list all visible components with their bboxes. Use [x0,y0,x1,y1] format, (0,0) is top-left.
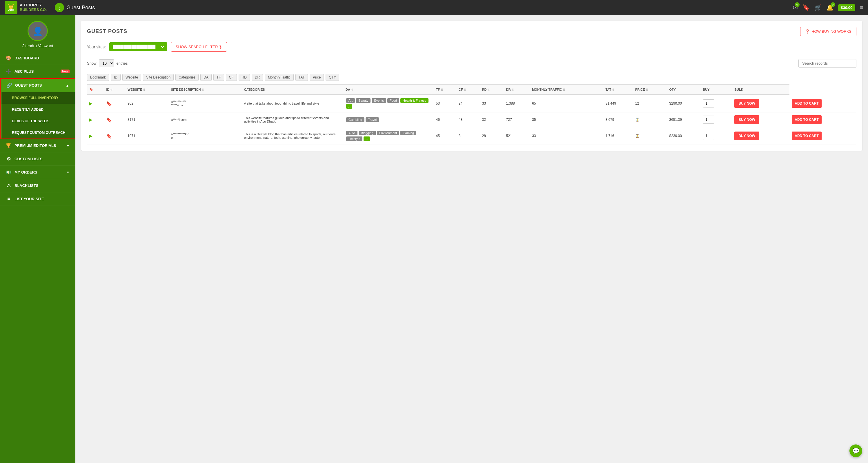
table-header-cf[interactable]: CF [456,85,480,95]
table-header-website[interactable]: WEBSITE [125,85,169,95]
column-toggle-btn[interactable]: TF [213,74,224,81]
buy-now-button[interactable]: BUY NOW [734,132,759,140]
sidebar-item-label: ABC PLUS [14,69,58,74]
chevron-up-icon: ▲ [66,84,69,87]
row-monthly_traffic: 31,449 [603,95,633,112]
column-toggle-btn[interactable]: DR [252,74,263,81]
row-bookmark-icon[interactable]: 🔖 [106,134,112,138]
sidebar-item-my-orders[interactable]: 💵 MY ORDERS ▼ [0,166,75,179]
table-header-price[interactable]: PRICE [633,85,667,95]
show-filter-button[interactable]: SHOW SEARCH FILTER ❯ [171,42,227,52]
table-row: ▶🔖902a*********** *****o.ukA site that t… [87,95,857,112]
table-header-tat[interactable]: TAT [603,85,633,95]
category-tag: Beauty [356,98,371,103]
qty-input[interactable] [703,132,714,140]
row-tat: ⏳ [633,112,667,127]
table-header-monthly_traffic[interactable]: MONTHLY TRAFFIC [530,85,603,95]
row-website: a*********** *****o.uk [169,95,242,112]
column-toggle-btn[interactable]: TAT [296,74,308,81]
row-id: 902 [125,95,169,112]
category-tag: Environment [377,131,400,135]
add-to-cart-button[interactable]: ADD TO CART [792,99,821,108]
expand-button[interactable]: ▶ [89,101,92,106]
category-tag: Events [372,98,386,103]
sidebar-item-label: MY ORDERS [14,170,63,174]
sidebar-item-premium-editorials[interactable]: 🏆 PREMIUM EDITORIALS ▼ [0,139,75,153]
buy-now-button[interactable]: BUY NOW [734,115,759,124]
table-header-site_description[interactable]: SITE DESCRIPTION [169,85,242,95]
sidebar-item-guest-posts[interactable]: 🔗 GUEST POSTS ▲ [1,79,75,92]
buy-now-button[interactable]: BUY NOW [734,99,759,108]
sidebar-item-deals[interactable]: DEALS OF THE WEEK [1,115,75,127]
guest-posts-section: 🔗 GUEST POSTS ▲ BROWSE FULL INVENTORY RE… [0,78,75,139]
notification-button[interactable]: 🔔 0 [826,4,834,11]
row-cf: 28 [480,127,504,145]
entries-select[interactable]: 10 25 50 [99,59,114,67]
row-tf: 24 [456,95,480,112]
sidebar-item-custom-lists[interactable]: ⚙ CUSTOM LISTS [0,153,75,166]
table-header-da[interactable]: DA [343,85,433,95]
row-rd: 1,388 [504,95,530,112]
nav-title-area: ⋮ Guest Posts [55,3,789,12]
recently-label: RECENTLY ADDED [12,107,69,111]
sidebar-item-abc-plus[interactable]: ➕ ABC PLUS New [0,65,75,78]
row-bookmark-icon[interactable]: 🔖 [106,101,112,106]
sidebar-item-label: BLACKLISTS [14,184,69,188]
category-tag: Health & Fitness [400,98,429,103]
row-price: $230.00 [667,127,701,145]
cart-button[interactable]: 🛒 [814,4,822,11]
table-header-dr[interactable]: DR [504,85,530,95]
how-buying-button[interactable]: ❓ HOW BUYING WORKS [800,27,857,36]
sidebar-item-browse[interactable]: BROWSE FULL INVENTORY [1,92,75,104]
sidebar-item-list-your-site[interactable]: ≡ LIST YOUR SITE [0,192,75,205]
show-entries: Show 10 25 50 entries [87,59,128,67]
search-input[interactable] [799,59,857,67]
row-da: 46 [434,112,456,127]
column-toggle-btn[interactable]: Price [310,74,324,81]
column-toggle-btn[interactable]: QTY [326,74,339,81]
sidebar-item-recently-added[interactable]: RECENTLY ADDED [1,104,75,115]
sites-select[interactable]: ████████████████ [109,42,167,51]
sidebar-item-custom-outreach[interactable]: REQUEST CUSTOM OUTREACH [1,127,75,138]
sidebar-item-label: PREMIUM EDITORIALS [14,143,63,148]
row-bulk: ADD TO CART [789,112,857,127]
expand-button[interactable]: ▶ [89,134,92,138]
qty-input[interactable] [703,99,714,107]
data-table: 🔖IDWEBSITESITE DESCRIPTIONCATEGORIESDATF… [87,84,857,145]
table-header-id[interactable]: ID [104,85,125,95]
row-da: 45 [434,127,456,145]
table-header-tf[interactable]: TF [434,85,456,95]
table-header-qty: QTY [667,85,701,95]
row-cf: 32 [480,112,504,127]
email-button[interactable]: ✉ 0 [793,4,798,11]
add-to-cart-button[interactable]: ADD TO CART [792,115,821,124]
nav-dots-button[interactable]: ⋮ [55,3,64,12]
column-toggle-btn[interactable]: RD [239,74,250,81]
chat-widget[interactable]: 💬 [849,444,862,457]
column-toggle-btn[interactable]: Categories [176,74,198,81]
column-toggle-btn[interactable]: ID [111,74,121,81]
add-to-cart-button[interactable]: ADD TO CART [792,132,821,140]
row-bookmark-icon[interactable]: 🔖 [106,117,112,122]
expand-button[interactable]: ▶ [89,117,92,122]
column-toggle-btn[interactable]: Bookmark [87,74,109,81]
column-toggle-btn[interactable]: CF [226,74,237,81]
table-header-rd[interactable]: RD [480,85,504,95]
column-toggle-btn[interactable]: Monthly Traffic [265,74,294,81]
row-dr: 33 [530,127,603,145]
link-icon: 🔗 [6,82,12,88]
row-bulk: ADD TO CART [789,127,857,145]
sidebar-item-blacklists[interactable]: ⚠ BLACKLISTS [0,179,75,192]
column-toggle-btn[interactable]: Site Description [143,74,174,81]
table-row: ▶🔖3171a*****i.comThis website features g… [87,112,857,127]
menu-button[interactable]: ≡ [860,4,863,11]
your-sites-label: Your sites: [87,45,106,49]
row-tat: 12 [633,95,667,112]
column-toggles: BookmarkIDWebsiteSite DescriptionCategor… [87,74,857,81]
bookmark-button[interactable]: 🔖 [803,4,810,11]
column-toggle-btn[interactable]: Website [122,74,141,81]
sidebar-item-dashboard[interactable]: 🎨 DASHBOARD [0,52,75,65]
qty-input[interactable] [703,115,714,124]
column-toggle-btn[interactable]: DA [200,74,212,81]
profile-name: Jitendra Vaswani [22,43,53,48]
